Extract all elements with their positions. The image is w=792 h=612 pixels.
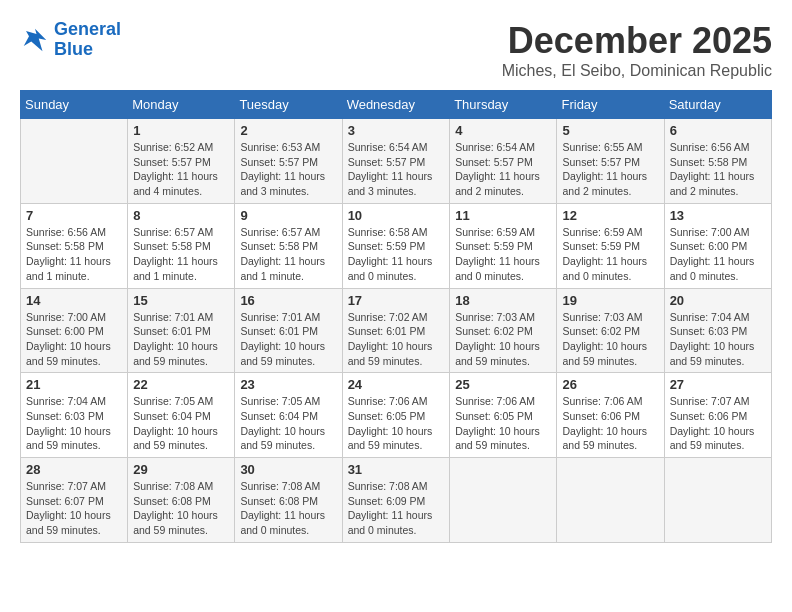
calendar-cell: 1Sunrise: 6:52 AM Sunset: 5:57 PM Daylig…	[128, 119, 235, 204]
day-number: 3	[348, 123, 445, 138]
day-number: 15	[133, 293, 229, 308]
day-number: 10	[348, 208, 445, 223]
day-info: Sunrise: 6:52 AM Sunset: 5:57 PM Dayligh…	[133, 140, 229, 199]
day-number: 20	[670, 293, 766, 308]
day-info: Sunrise: 6:54 AM Sunset: 5:57 PM Dayligh…	[455, 140, 551, 199]
calendar-cell: 14Sunrise: 7:00 AM Sunset: 6:00 PM Dayli…	[21, 288, 128, 373]
calendar-cell: 10Sunrise: 6:58 AM Sunset: 5:59 PM Dayli…	[342, 203, 450, 288]
day-number: 29	[133, 462, 229, 477]
calendar-cell: 19Sunrise: 7:03 AM Sunset: 6:02 PM Dayli…	[557, 288, 664, 373]
day-number: 27	[670, 377, 766, 392]
day-info: Sunrise: 7:05 AM Sunset: 6:04 PM Dayligh…	[240, 394, 336, 453]
day-number: 22	[133, 377, 229, 392]
day-info: Sunrise: 7:08 AM Sunset: 6:08 PM Dayligh…	[133, 479, 229, 538]
day-info: Sunrise: 6:57 AM Sunset: 5:58 PM Dayligh…	[240, 225, 336, 284]
day-number: 30	[240, 462, 336, 477]
day-info: Sunrise: 6:59 AM Sunset: 5:59 PM Dayligh…	[562, 225, 658, 284]
calendar-cell	[664, 458, 771, 543]
calendar-week-row: 28Sunrise: 7:07 AM Sunset: 6:07 PM Dayli…	[21, 458, 772, 543]
day-info: Sunrise: 7:03 AM Sunset: 6:02 PM Dayligh…	[455, 310, 551, 369]
calendar-cell: 23Sunrise: 7:05 AM Sunset: 6:04 PM Dayli…	[235, 373, 342, 458]
svg-marker-0	[24, 29, 47, 52]
day-number: 12	[562, 208, 658, 223]
calendar-cell: 31Sunrise: 7:08 AM Sunset: 6:09 PM Dayli…	[342, 458, 450, 543]
day-number: 25	[455, 377, 551, 392]
day-info: Sunrise: 6:59 AM Sunset: 5:59 PM Dayligh…	[455, 225, 551, 284]
header-sunday: Sunday	[21, 91, 128, 119]
calendar-cell: 16Sunrise: 7:01 AM Sunset: 6:01 PM Dayli…	[235, 288, 342, 373]
day-number: 18	[455, 293, 551, 308]
day-number: 19	[562, 293, 658, 308]
calendar-cell: 5Sunrise: 6:55 AM Sunset: 5:57 PM Daylig…	[557, 119, 664, 204]
calendar-cell: 28Sunrise: 7:07 AM Sunset: 6:07 PM Dayli…	[21, 458, 128, 543]
calendar-cell: 26Sunrise: 7:06 AM Sunset: 6:06 PM Dayli…	[557, 373, 664, 458]
day-info: Sunrise: 7:06 AM Sunset: 6:06 PM Dayligh…	[562, 394, 658, 453]
calendar-cell: 11Sunrise: 6:59 AM Sunset: 5:59 PM Dayli…	[450, 203, 557, 288]
day-info: Sunrise: 6:53 AM Sunset: 5:57 PM Dayligh…	[240, 140, 336, 199]
day-info: Sunrise: 7:04 AM Sunset: 6:03 PM Dayligh…	[26, 394, 122, 453]
day-info: Sunrise: 7:00 AM Sunset: 6:00 PM Dayligh…	[26, 310, 122, 369]
day-info: Sunrise: 7:08 AM Sunset: 6:09 PM Dayligh…	[348, 479, 445, 538]
day-info: Sunrise: 6:55 AM Sunset: 5:57 PM Dayligh…	[562, 140, 658, 199]
calendar-cell: 7Sunrise: 6:56 AM Sunset: 5:58 PM Daylig…	[21, 203, 128, 288]
day-number: 28	[26, 462, 122, 477]
day-number: 4	[455, 123, 551, 138]
calendar-table: Sunday Monday Tuesday Wednesday Thursday…	[20, 90, 772, 543]
header-tuesday: Tuesday	[235, 91, 342, 119]
day-info: Sunrise: 7:06 AM Sunset: 6:05 PM Dayligh…	[455, 394, 551, 453]
logo-text: General Blue	[54, 20, 121, 60]
header-thursday: Thursday	[450, 91, 557, 119]
day-number: 6	[670, 123, 766, 138]
calendar-cell	[450, 458, 557, 543]
calendar-cell: 9Sunrise: 6:57 AM Sunset: 5:58 PM Daylig…	[235, 203, 342, 288]
day-info: Sunrise: 7:04 AM Sunset: 6:03 PM Dayligh…	[670, 310, 766, 369]
logo-icon	[20, 25, 50, 55]
day-number: 17	[348, 293, 445, 308]
calendar-week-row: 21Sunrise: 7:04 AM Sunset: 6:03 PM Dayli…	[21, 373, 772, 458]
day-info: Sunrise: 7:08 AM Sunset: 6:08 PM Dayligh…	[240, 479, 336, 538]
calendar-cell: 17Sunrise: 7:02 AM Sunset: 6:01 PM Dayli…	[342, 288, 450, 373]
calendar-week-row: 7Sunrise: 6:56 AM Sunset: 5:58 PM Daylig…	[21, 203, 772, 288]
day-number: 24	[348, 377, 445, 392]
day-info: Sunrise: 6:58 AM Sunset: 5:59 PM Dayligh…	[348, 225, 445, 284]
title-block: December 2025 Miches, El Seibo, Dominica…	[502, 20, 772, 80]
day-number: 8	[133, 208, 229, 223]
day-info: Sunrise: 7:07 AM Sunset: 6:06 PM Dayligh…	[670, 394, 766, 453]
day-number: 13	[670, 208, 766, 223]
header-wednesday: Wednesday	[342, 91, 450, 119]
day-number: 14	[26, 293, 122, 308]
day-number: 1	[133, 123, 229, 138]
calendar-cell: 6Sunrise: 6:56 AM Sunset: 5:58 PM Daylig…	[664, 119, 771, 204]
day-number: 9	[240, 208, 336, 223]
day-info: Sunrise: 7:03 AM Sunset: 6:02 PM Dayligh…	[562, 310, 658, 369]
day-info: Sunrise: 7:02 AM Sunset: 6:01 PM Dayligh…	[348, 310, 445, 369]
calendar-cell: 4Sunrise: 6:54 AM Sunset: 5:57 PM Daylig…	[450, 119, 557, 204]
day-info: Sunrise: 6:57 AM Sunset: 5:58 PM Dayligh…	[133, 225, 229, 284]
day-info: Sunrise: 6:56 AM Sunset: 5:58 PM Dayligh…	[26, 225, 122, 284]
day-info: Sunrise: 7:01 AM Sunset: 6:01 PM Dayligh…	[240, 310, 336, 369]
calendar-cell: 30Sunrise: 7:08 AM Sunset: 6:08 PM Dayli…	[235, 458, 342, 543]
header-saturday: Saturday	[664, 91, 771, 119]
calendar-cell: 15Sunrise: 7:01 AM Sunset: 6:01 PM Dayli…	[128, 288, 235, 373]
calendar-cell: 25Sunrise: 7:06 AM Sunset: 6:05 PM Dayli…	[450, 373, 557, 458]
calendar-week-row: 14Sunrise: 7:00 AM Sunset: 6:00 PM Dayli…	[21, 288, 772, 373]
day-info: Sunrise: 6:54 AM Sunset: 5:57 PM Dayligh…	[348, 140, 445, 199]
day-number: 16	[240, 293, 336, 308]
day-info: Sunrise: 6:56 AM Sunset: 5:58 PM Dayligh…	[670, 140, 766, 199]
days-header-row: Sunday Monday Tuesday Wednesday Thursday…	[21, 91, 772, 119]
header-friday: Friday	[557, 91, 664, 119]
calendar-cell: 12Sunrise: 6:59 AM Sunset: 5:59 PM Dayli…	[557, 203, 664, 288]
calendar-cell: 27Sunrise: 7:07 AM Sunset: 6:06 PM Dayli…	[664, 373, 771, 458]
calendar-cell: 20Sunrise: 7:04 AM Sunset: 6:03 PM Dayli…	[664, 288, 771, 373]
day-info: Sunrise: 7:06 AM Sunset: 6:05 PM Dayligh…	[348, 394, 445, 453]
calendar-cell	[557, 458, 664, 543]
day-number: 21	[26, 377, 122, 392]
page-header: General Blue December 2025 Miches, El Se…	[20, 20, 772, 80]
day-info: Sunrise: 7:00 AM Sunset: 6:00 PM Dayligh…	[670, 225, 766, 284]
calendar-cell: 22Sunrise: 7:05 AM Sunset: 6:04 PM Dayli…	[128, 373, 235, 458]
day-info: Sunrise: 7:05 AM Sunset: 6:04 PM Dayligh…	[133, 394, 229, 453]
month-title: December 2025	[502, 20, 772, 62]
location: Miches, El Seibo, Dominican Republic	[502, 62, 772, 80]
day-number: 2	[240, 123, 336, 138]
day-number: 23	[240, 377, 336, 392]
